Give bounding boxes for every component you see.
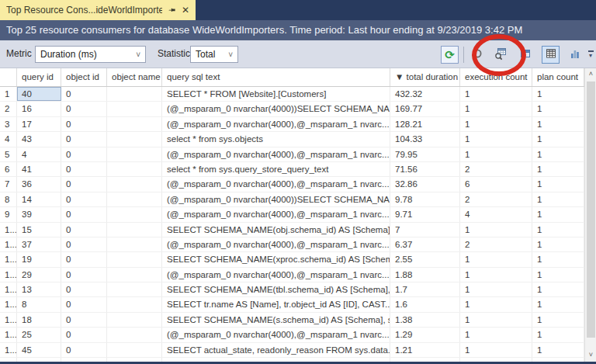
- table-row[interactable]: 3 17 0 (@_msparam_0 nvarchar(4000),@_msp…: [0, 117, 596, 132]
- cell-query-sql-text[interactable]: (@_msparam_0 nvarchar(4000),@_msparam_1 …: [162, 147, 390, 161]
- table-row[interactable]: 1... 45 0 SELECT actual_state, readonly_…: [0, 343, 596, 358]
- cell-plan-count[interactable]: 1: [532, 192, 584, 206]
- scrollbar-thumb[interactable]: [587, 81, 595, 338]
- cell-query-id[interactable]: 25: [17, 328, 61, 341]
- cell-object-name[interactable]: [107, 313, 162, 327]
- cell-query-id[interactable]: 4: [17, 147, 61, 161]
- table-row[interactable]: 9 39 0 (@_msparam_0 nvarchar(4000),@_msp…: [0, 207, 596, 222]
- cell-total-duration[interactable]: 104.33: [390, 132, 460, 146]
- grid-view-button[interactable]: [542, 46, 560, 64]
- cell-plan-count[interactable]: 1: [532, 297, 584, 311]
- pin-icon[interactable]: [168, 6, 176, 15]
- track-query-button[interactable]: [468, 46, 486, 64]
- cell-object-name[interactable]: [107, 297, 162, 311]
- cell-object-id[interactable]: 0: [61, 223, 107, 237]
- cell-object-id[interactable]: 0: [61, 297, 107, 311]
- cell-query-id[interactable]: 15: [17, 223, 61, 237]
- col-header-query-sql-text[interactable]: query sql text: [162, 68, 390, 86]
- cell-execution-count[interactable]: 1: [460, 313, 532, 327]
- cell-object-id[interactable]: 0: [61, 268, 107, 282]
- table-row[interactable]: 4 43 0 select * from sys.objects 104.33 …: [0, 132, 596, 147]
- cell-query-id[interactable]: 40: [17, 87, 61, 101]
- table-row[interactable]: 5 4 0 (@_msparam_0 nvarchar(4000),@_mspa…: [0, 147, 596, 162]
- col-header-plan-count[interactable]: plan count: [532, 68, 584, 86]
- cell-plan-count[interactable]: 1: [532, 328, 584, 341]
- cell-query-id[interactable]: 41: [17, 162, 61, 176]
- cell-query-sql-text[interactable]: SELECT SCHEMA_NAME(tbl.schema_id) AS [Sc…: [162, 283, 390, 296]
- cell-total-duration[interactable]: 1.29: [390, 328, 460, 341]
- col-header-object-id[interactable]: object id: [61, 68, 107, 86]
- cell-plan-count[interactable]: 1: [532, 223, 584, 237]
- cell-object-id[interactable]: 0: [61, 252, 107, 266]
- cell-execution-count[interactable]: 1: [460, 283, 532, 296]
- cell-total-duration[interactable]: 1.7: [390, 283, 460, 296]
- cell-object-name[interactable]: [107, 252, 162, 266]
- cell-object-name[interactable]: [107, 102, 162, 116]
- cell-total-duration[interactable]: 1.21: [390, 343, 460, 357]
- cell-plan-count[interactable]: 1: [532, 313, 584, 327]
- cell-total-duration[interactable]: 9.78: [390, 192, 460, 206]
- cell-total-duration[interactable]: 7: [390, 223, 460, 237]
- cell-query-sql-text[interactable]: (@_msparam_0 nvarchar(4000),@_msparam_1 …: [162, 177, 390, 191]
- cell-execution-count[interactable]: 1: [460, 328, 532, 341]
- cell-object-name[interactable]: [107, 87, 162, 101]
- cell-query-sql-text[interactable]: SELECT SCHEMA_NAME(obj.schema_id) AS [Sc…: [162, 223, 390, 237]
- table-row[interactable]: 2 16 0 (@_msparam_0 nvarchar(4000))SELEC…: [0, 102, 596, 116]
- table-row[interactable]: 1 40 0 SELECT * FROM [Website].[Customer…: [0, 87, 596, 102]
- cell-query-sql-text[interactable]: SELECT actual_state, readonly_reason FRO…: [162, 343, 390, 357]
- cell-execution-count[interactable]: 6: [460, 177, 532, 191]
- cell-execution-count[interactable]: 1: [460, 297, 532, 311]
- cell-query-sql-text[interactable]: (@_msparam_0 nvarchar(4000),@_msparam_1 …: [162, 117, 390, 131]
- cell-query-sql-text[interactable]: (@_msparam_0 nvarchar(4000))SELECT SCHEM…: [162, 102, 390, 116]
- cell-query-id[interactable]: 13: [17, 283, 61, 296]
- cell-query-sql-text[interactable]: (@_msparam_0 nvarchar(4000),@_msparam_1 …: [162, 207, 390, 221]
- cell-plan-count[interactable]: 1: [532, 268, 584, 282]
- cell-plan-count[interactable]: 1: [532, 343, 584, 357]
- cell-execution-count[interactable]: 2: [460, 192, 532, 206]
- cell-object-name[interactable]: [107, 177, 162, 191]
- table-row[interactable]: 1... 8 0 SELECT tr.name AS [Name], tr.ob…: [0, 297, 596, 312]
- cell-object-id[interactable]: 0: [61, 117, 107, 131]
- cell-plan-count[interactable]: 1: [532, 252, 584, 266]
- cell-plan-count[interactable]: 1: [532, 87, 584, 101]
- cell-query-id[interactable]: 39: [17, 207, 61, 221]
- cell-query-id[interactable]: 45: [17, 343, 61, 357]
- toolbar-overflow-button[interactable]: ▾: [586, 46, 595, 64]
- scroll-down-icon[interactable]: ˅: [585, 349, 596, 361]
- cell-object-name[interactable]: [107, 192, 162, 206]
- cell-plan-count[interactable]: 1: [532, 207, 584, 221]
- cell-execution-count[interactable]: 1: [460, 252, 532, 266]
- cell-object-id[interactable]: 0: [61, 162, 107, 176]
- cell-total-duration[interactable]: 1.38: [390, 313, 460, 327]
- cell-query-id[interactable]: 18: [17, 313, 61, 327]
- col-header-query-id[interactable]: query id: [17, 68, 61, 86]
- cell-execution-count[interactable]: 1: [460, 87, 532, 101]
- table-row[interactable]: 7 36 0 (@_msparam_0 nvarchar(4000),@_msp…: [0, 177, 596, 192]
- cell-query-sql-text[interactable]: SELECT * FROM [Website].[Customers]: [162, 87, 390, 101]
- cell-object-id[interactable]: 0: [61, 192, 107, 206]
- cell-total-duration[interactable]: 432.32: [390, 87, 460, 101]
- cell-object-name[interactable]: [107, 328, 162, 341]
- cell-total-duration[interactable]: 9.71: [390, 207, 460, 221]
- cell-query-id[interactable]: 37: [17, 237, 61, 251]
- cell-query-sql-text[interactable]: SELECT SCHEMA_NAME(xproc.schema_id) AS […: [162, 252, 390, 266]
- view-query-text-button[interactable]: [491, 46, 509, 64]
- cell-query-sql-text[interactable]: select * from sys.query_store_query_text: [162, 162, 390, 176]
- cell-object-name[interactable]: [107, 117, 162, 131]
- close-icon[interactable]: ✕: [182, 5, 189, 15]
- cell-query-sql-text[interactable]: (@_msparam_0 nvarchar(4000),@_msparam_1 …: [162, 237, 390, 251]
- cell-object-id[interactable]: 0: [61, 87, 107, 101]
- cell-query-id[interactable]: 19: [17, 252, 61, 266]
- col-header-rownum[interactable]: [0, 68, 17, 86]
- cell-object-id[interactable]: 0: [61, 177, 107, 191]
- cell-execution-count[interactable]: 1: [460, 147, 532, 161]
- table-row[interactable]: 1... 29 0 (@_msparam_0 nvarchar(4000),@_…: [0, 268, 596, 283]
- col-header-total-duration[interactable]: ▼ total duration: [390, 68, 460, 86]
- cell-object-id[interactable]: 0: [61, 102, 107, 116]
- cell-query-sql-text[interactable]: SELECT tr.name AS [Name], tr.object_id A…: [162, 297, 390, 311]
- cell-execution-count[interactable]: 1: [460, 223, 532, 237]
- table-row[interactable]: 1... 13 0 SELECT SCHEMA_NAME(tbl.schema_…: [0, 283, 596, 297]
- cell-object-id[interactable]: 0: [61, 283, 107, 296]
- cell-query-id[interactable]: 14: [17, 192, 61, 206]
- cell-object-name[interactable]: [107, 283, 162, 296]
